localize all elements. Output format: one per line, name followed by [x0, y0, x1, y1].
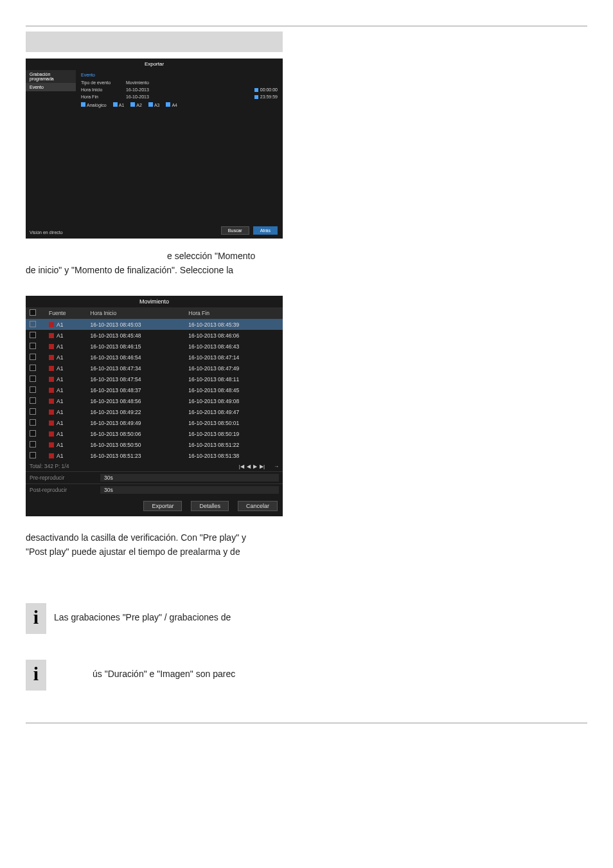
results-table: Fuente Hora Inicio Hora Fin A116-10-2013…: [26, 307, 283, 461]
table-row[interactable]: A116-10-2013 08:50:0616-10-2013 08:50:19: [26, 428, 283, 439]
checkbox-icon[interactable]: [30, 452, 36, 458]
pager-next-icon[interactable]: ▶: [253, 464, 257, 469]
row-src: A1: [45, 330, 87, 341]
row-check[interactable]: [26, 428, 45, 439]
time-text: 23:59:59: [260, 95, 278, 99]
row-inicio: Hora Inicio 16-10-2013 00:00:00: [81, 86, 278, 93]
value[interactable]: Movimiento: [126, 80, 177, 85]
sidebar-live[interactable]: Visión en directo: [30, 230, 63, 235]
pre-value[interactable]: 30s: [100, 474, 279, 482]
sidebar-head: Grabación programada: [26, 70, 76, 83]
row-check[interactable]: [26, 406, 45, 417]
table-row[interactable]: A116-10-2013 08:51:2316-10-2013 08:51:38: [26, 450, 283, 461]
checkbox-icon[interactable]: [30, 419, 36, 426]
row-check[interactable]: [26, 319, 45, 330]
source-icon: [49, 420, 54, 426]
results-title: Movimiento: [26, 296, 283, 307]
table-row[interactable]: A116-10-2013 08:46:1516-10-2013 08:46:43: [26, 341, 283, 352]
checkbox-icon[interactable]: [30, 386, 36, 393]
table-row[interactable]: A116-10-2013 08:49:4916-10-2013 08:50:01: [26, 417, 283, 428]
row-src: A1: [45, 363, 87, 374]
row-check[interactable]: [26, 439, 45, 450]
row-check[interactable]: [26, 330, 45, 341]
table-row[interactable]: A116-10-2013 08:48:5616-10-2013 08:49:08: [26, 395, 283, 406]
pager-last-icon[interactable]: ▶|: [260, 464, 265, 469]
body-line-2: de inicio" y "Momento de finalización". …: [26, 264, 296, 277]
row-check[interactable]: [26, 352, 45, 363]
checkbox-icon[interactable]: [30, 365, 36, 371]
table-row[interactable]: A116-10-2013 08:49:2216-10-2013 08:49:47: [26, 406, 283, 417]
pager: |◀ ◀ ▶ ▶| →: [239, 464, 279, 469]
checkbox-icon[interactable]: [130, 102, 135, 107]
checkbox-icon[interactable]: [30, 408, 36, 415]
checkbox-icon[interactable]: [30, 321, 36, 327]
value[interactable]: 16-10-2013: [126, 95, 177, 99]
pager-first-icon[interactable]: |◀: [239, 464, 244, 469]
details-button[interactable]: Detalles: [191, 501, 229, 511]
row-src: A1: [45, 439, 87, 450]
table-row[interactable]: A116-10-2013 08:47:3416-10-2013 08:47:49: [26, 363, 283, 374]
value[interactable]: 16-10-2013: [126, 87, 177, 92]
row-fin: 16-10-2013 08:48:11: [184, 374, 283, 384]
row-src: A1: [45, 406, 87, 417]
analog-label: Analógico: [81, 102, 107, 107]
post-value[interactable]: 30s: [100, 486, 279, 494]
checkbox-icon[interactable]: [30, 332, 36, 338]
source-icon: [49, 410, 54, 415]
table-row[interactable]: A116-10-2013 08:50:5016-10-2013 08:51:22: [26, 439, 283, 450]
source-icon: [49, 442, 54, 448]
checkbox-icon[interactable]: [166, 102, 170, 107]
source-icon: [49, 322, 54, 327]
analog-a1[interactable]: A1: [113, 102, 125, 107]
row-tipo: Tipo de evento Movimiento: [81, 79, 278, 86]
time[interactable]: 00:00:00: [254, 87, 278, 92]
sidebar-item-evento[interactable]: Evento: [26, 83, 76, 91]
table-row[interactable]: A116-10-2013 08:45:4816-10-2013 08:46:06: [26, 330, 283, 341]
panel2-buttons: Exportar Detalles Cancelar: [26, 496, 283, 516]
table-row[interactable]: A116-10-2013 08:45:0316-10-2013 08:45:39: [26, 319, 283, 330]
analog-a4[interactable]: A4: [166, 102, 177, 107]
source-icon: [49, 344, 54, 349]
analog-a2[interactable]: A2: [130, 102, 142, 107]
row-fin: Hora Fin 16-10-2013 23:59:59: [81, 93, 278, 100]
back-button[interactable]: Atrás: [253, 226, 278, 235]
panel-title: Exportar: [26, 59, 283, 69]
panel-main: Evento Tipo de evento Movimiento Hora In…: [76, 70, 283, 112]
calendar-icon[interactable]: [254, 88, 258, 92]
checkbox-icon[interactable]: [30, 430, 36, 437]
checkbox-icon[interactable]: [148, 102, 153, 107]
row-check[interactable]: [26, 374, 45, 384]
row-check[interactable]: [26, 417, 45, 428]
row-check[interactable]: [26, 341, 45, 352]
table-row[interactable]: A116-10-2013 08:46:5416-10-2013 08:47:14: [26, 352, 283, 363]
checkbox-icon[interactable]: [81, 102, 85, 107]
row-src: A1: [45, 352, 87, 363]
row-check[interactable]: [26, 384, 45, 395]
export-button[interactable]: Exportar: [143, 501, 182, 511]
table-row[interactable]: A116-10-2013 08:48:3716-10-2013 08:48:45: [26, 384, 283, 395]
row-check[interactable]: [26, 395, 45, 406]
row-check[interactable]: [26, 363, 45, 374]
checkbox-icon[interactable]: [30, 375, 36, 382]
search-button[interactable]: Buscar: [221, 226, 249, 235]
checkbox-icon[interactable]: [30, 309, 36, 316]
row-check[interactable]: [26, 450, 45, 461]
pager-go-icon[interactable]: →: [274, 464, 279, 469]
col-check[interactable]: [26, 307, 45, 319]
row-fin: 16-10-2013 08:45:39: [184, 319, 283, 330]
cancel-button[interactable]: Cancelar: [238, 501, 278, 511]
checkbox-icon[interactable]: [30, 354, 36, 360]
checkbox-icon[interactable]: [30, 343, 36, 349]
pager-prev-icon[interactable]: ◀: [247, 464, 251, 469]
row-src: A1: [45, 450, 87, 461]
analog-a3[interactable]: A3: [148, 102, 160, 107]
row-fin: 16-10-2013 08:48:45: [184, 384, 283, 395]
row-ini: 16-10-2013 08:46:15: [87, 341, 185, 352]
table-row[interactable]: A116-10-2013 08:47:5416-10-2013 08:48:11: [26, 374, 283, 384]
calendar-icon[interactable]: [254, 95, 258, 99]
time[interactable]: 23:59:59: [254, 95, 278, 99]
row-fin: 16-10-2013 08:51:38: [184, 450, 283, 461]
checkbox-icon[interactable]: [30, 397, 36, 404]
checkbox-icon[interactable]: [30, 441, 36, 448]
checkbox-icon[interactable]: [113, 102, 118, 107]
